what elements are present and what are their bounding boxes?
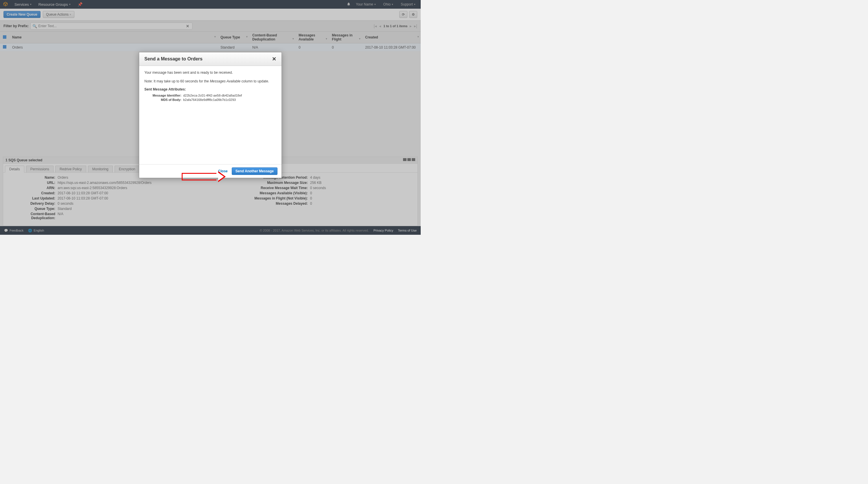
modal-sent-text: Your message has been sent and is ready …	[144, 70, 276, 75]
modal-note: Note: It may take up to 60 seconds for t…	[144, 78, 276, 84]
modal-close-link[interactable]: Close	[218, 169, 228, 173]
send-another-button[interactable]: Send Another Message	[232, 167, 277, 175]
modal-title: Send a Message to Orders	[144, 56, 203, 62]
sent-attrs-title: Sent Message Attributes:	[144, 87, 276, 91]
attr-message-id: Message Identifier: d22b2eca-2c01-4f42-a…	[147, 94, 276, 97]
modal-close-button[interactable]: ✕	[272, 56, 276, 62]
send-message-modal: Send a Message to Orders ✕ Your message …	[139, 52, 282, 178]
attr-md5: MD5 of Body: b2afa764168e9dfff8c1a09b7b1…	[147, 98, 276, 101]
